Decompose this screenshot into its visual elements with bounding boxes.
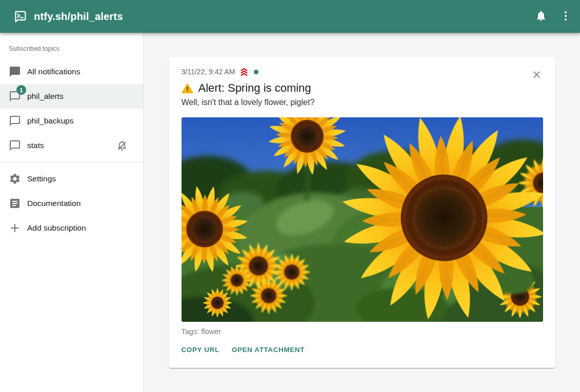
sidebar-item-label: All notifications bbox=[27, 67, 80, 76]
sidebar-item-label: phil_backups bbox=[27, 116, 73, 126]
sidebar-divider bbox=[0, 162, 143, 162]
sidebar-item-label: Documentation bbox=[27, 199, 81, 208]
open-attachment-button[interactable]: OPEN ATTACHMENT bbox=[228, 342, 309, 358]
chat-bubble-filled-icon bbox=[9, 66, 21, 78]
sidebar-item-label: stats bbox=[27, 141, 44, 150]
attachment-image-sunflowers[interactable] bbox=[182, 117, 543, 322]
notification-card: 3/11/22, 9:42 AM bbox=[169, 57, 555, 368]
ntfy-app: ntfy.sh/phil_alerts Subscribed topics bbox=[0, 0, 580, 392]
notifications-toggle-button[interactable] bbox=[529, 4, 553, 29]
close-icon bbox=[531, 69, 542, 81]
delete-notification-button[interactable] bbox=[527, 65, 547, 86]
sidebar-item-all-notifications[interactable]: All notifications bbox=[0, 59, 143, 84]
notification-title-row: Alert: Spring is coming bbox=[182, 81, 543, 95]
app-bar-title: ntfy.sh/phil_alerts bbox=[34, 11, 123, 23]
gear-icon bbox=[9, 173, 21, 185]
more-vert-icon bbox=[559, 10, 572, 24]
plus-icon bbox=[9, 222, 21, 234]
notification-tags: Tags: flower bbox=[182, 327, 543, 336]
subscribed-topics-label: Subscribed topics bbox=[0, 38, 143, 59]
notification-actions: COPY URL OPEN ATTACHMENT bbox=[177, 342, 543, 358]
app-bar: ntfy.sh/phil_alerts bbox=[0, 0, 580, 33]
chat-bubble-outline-icon: 1 bbox=[9, 90, 21, 102]
overflow-menu-button[interactable] bbox=[553, 4, 578, 29]
sidebar-item-label: Add subscription bbox=[27, 223, 86, 233]
article-icon bbox=[9, 197, 21, 210]
sidebar-item-documentation[interactable]: Documentation bbox=[0, 191, 143, 216]
notification-title: Alert: Spring is coming bbox=[198, 81, 311, 95]
warning-emoji-icon bbox=[182, 82, 193, 94]
sidebar-item-label: phil_alerts bbox=[27, 92, 64, 101]
sidebar-item-label: Settings bbox=[27, 174, 56, 183]
bell-icon bbox=[535, 10, 547, 24]
sidebar-item-add-subscription[interactable]: Add subscription bbox=[0, 216, 143, 240]
sidebar-item-phil-alerts[interactable]: 1 phil_alerts bbox=[0, 84, 143, 109]
sidebar-item-settings[interactable]: Settings bbox=[0, 167, 143, 191]
unread-count-badge: 1 bbox=[16, 85, 26, 95]
sidebar-item-phil-backups[interactable]: phil_backups bbox=[0, 109, 143, 133]
chat-bubble-outline-icon bbox=[9, 139, 21, 152]
sidebar: Subscribed topics All notifications 1 ph… bbox=[0, 33, 144, 392]
notification-message: Well, isn't that a lovely flower, piglet… bbox=[182, 98, 543, 107]
unread-dot-icon bbox=[254, 70, 258, 74]
copy-url-button[interactable]: COPY URL bbox=[177, 342, 224, 358]
sidebar-item-stats[interactable]: stats bbox=[0, 133, 143, 158]
notifications-panel: 3/11/22, 9:42 AM bbox=[144, 33, 580, 392]
notifications-muted-icon bbox=[116, 139, 128, 152]
chat-bubble-outline-icon bbox=[9, 115, 21, 127]
ntfy-logo-icon bbox=[13, 10, 27, 24]
priority-high-icon bbox=[239, 67, 249, 77]
notification-timestamp: 3/11/22, 9:42 AM bbox=[182, 68, 235, 76]
notification-meta: 3/11/22, 9:42 AM bbox=[182, 67, 543, 77]
